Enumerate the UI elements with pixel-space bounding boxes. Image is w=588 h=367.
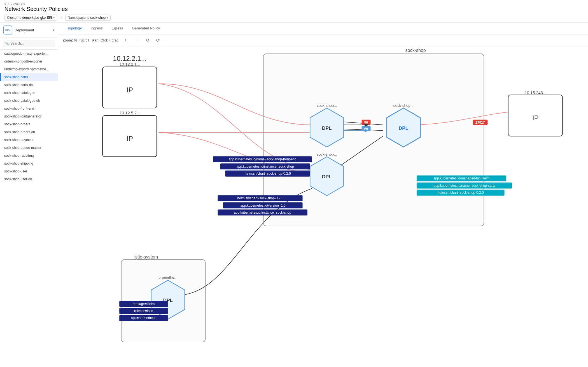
sidebar: DPL Deployment ▾ 🔍 cataloguedb-mysql-exp… bbox=[0, 23, 58, 364]
ip-node-3[interactable]: IP bbox=[508, 95, 563, 136]
sidebar-type-selector[interactable]: DPL Deployment ▾ bbox=[0, 23, 58, 38]
dpl3-label: sock-shop... bbox=[317, 152, 337, 156]
namespace-filter-value: sock-shop bbox=[90, 16, 106, 20]
tab-generated-policy[interactable]: Generated Policy bbox=[127, 23, 164, 34]
toolbar: Zoom: ⌘ + scroll Pan: Click + drag ＋ － ↺… bbox=[58, 34, 588, 46]
cluster-filter-badge: +1 bbox=[47, 16, 52, 19]
svg-text:app=prometheus: app=prometheus bbox=[131, 316, 156, 320]
label-tags-prometheus: heritage=Helm release=istio app=promethe… bbox=[119, 301, 168, 321]
deployment-badge: DPL bbox=[3, 26, 12, 34]
chevron-down-icon-3: ▾ bbox=[53, 28, 55, 32]
reset-button[interactable]: ↺ bbox=[144, 37, 151, 43]
zoom-in-button[interactable]: ＋ bbox=[122, 37, 130, 44]
zoom-out-button[interactable]: － bbox=[133, 37, 141, 44]
chevron-down-icon-2: ▾ bbox=[107, 16, 108, 19]
sidebar-item-sock-shop-shipping[interactable]: sock-shop-shipping bbox=[0, 160, 58, 167]
svg-text:app.kubernetes.io/instance=soc: app.kubernetes.io/instance=sock-shop bbox=[236, 165, 294, 169]
svg-text:27017: 27017 bbox=[475, 121, 485, 124]
sidebar-item-orders-mongodb-exporter[interactable]: orders-mongodb-exporter bbox=[0, 57, 58, 65]
tab-topology[interactable]: Topology bbox=[63, 23, 86, 34]
sidebar-item-sock-shop-queue-master[interactable]: sock-shop-queue-master bbox=[0, 144, 58, 152]
search-wrapper: 🔍 bbox=[3, 40, 55, 47]
svg-text:release=istio: release=istio bbox=[134, 309, 153, 313]
label-tags-dpl1: app.kubernetes.io/name=sock-shop-front-e… bbox=[213, 156, 312, 177]
ip2-label: 10.12.5.2... bbox=[120, 111, 140, 115]
label-tags-dpl2-carts: app.kubernetes.io/managed-by=Helm app.ku… bbox=[417, 176, 512, 196]
svg-text:IP: IP bbox=[127, 86, 133, 94]
sidebar-item-sock-shop-user-db[interactable]: sock-shop-user-db bbox=[0, 175, 58, 183]
kubernetes-label: KUBERNETES bbox=[4, 3, 584, 6]
namespace-filter-label: Namespace bbox=[68, 16, 86, 20]
svg-text:app.kubernetes.io/instance=soc: app.kubernetes.io/instance=sock-shop bbox=[234, 211, 291, 214]
ip1-label: 10.12.2.1... bbox=[120, 62, 140, 66]
sidebar-item-sock-shop-loadgenerator[interactable]: sock-shop-loadgenerator bbox=[0, 112, 58, 120]
sidebar-list: cataloguedb-mysql-exporter... orders-mon… bbox=[0, 50, 58, 364]
dpl1-label: sock-shop... bbox=[317, 103, 337, 108]
tab-ingress[interactable]: Ingress bbox=[86, 23, 107, 34]
svg-text:IP: IP bbox=[532, 114, 539, 122]
svg-text:DPL: DPL bbox=[322, 125, 332, 131]
dpl2-label: sock-shop... bbox=[393, 103, 414, 108]
svg-text:app.kubernetes.io/managed-by=H: app.kubernetes.io/managed-by=Helm bbox=[433, 176, 489, 180]
svg-text:80: 80 bbox=[364, 121, 368, 124]
sidebar-header-left: DPL Deployment bbox=[3, 26, 34, 34]
tab-bar: Topology Ingress Egress Generated Policy bbox=[58, 23, 588, 34]
sidebar-item-sock-shop-catalogue-db[interactable]: sock-shop-catalogue-db bbox=[0, 97, 58, 105]
svg-text:DPL: DPL bbox=[322, 174, 332, 179]
pan-label: Pan: Click + drag bbox=[92, 38, 118, 42]
sidebar-item-sock-shop-user[interactable]: sock-shop-user bbox=[0, 167, 58, 175]
svg-text:10.12.2.1...: 10.12.2.1... bbox=[113, 55, 147, 62]
add-filter-button[interactable]: + bbox=[59, 15, 63, 20]
sidebar-item-sock-shop-carts[interactable]: sock-shop-carts bbox=[0, 73, 58, 81]
dpl4-label: promethe... bbox=[158, 275, 178, 280]
namespace-filter-is: is bbox=[87, 16, 89, 20]
zoom-label: Zoom: ⌘ + scroll bbox=[63, 38, 89, 42]
svg-text:helm.sh/chart=sock-shop-0.2.0: helm.sh/chart=sock-shop-0.2.0 bbox=[245, 172, 291, 176]
svg-text:helm.sh/chart=sock-shop-0.2.0: helm.sh/chart=sock-shop-0.2.0 bbox=[237, 196, 283, 200]
cluster-filter-value: demo-kube-gke bbox=[22, 16, 46, 20]
svg-text:app.kubernetes.io/name=sock-sh: app.kubernetes.io/name=sock-shop-front-e… bbox=[228, 157, 296, 161]
cluster-filter-label: Cluster bbox=[7, 16, 18, 20]
ip3-label: 10.15.243... bbox=[525, 91, 547, 95]
istio-system-group-label: istio-system bbox=[134, 254, 158, 259]
sidebar-item-sock-shop-rabbitmq[interactable]: sock-shop-rabbitmq bbox=[0, 152, 58, 160]
svg-text:app.kubernetes.io/name=sock-sh: app.kubernetes.io/name=sock-shop-carts bbox=[434, 184, 495, 188]
page-title: Network Security Policies bbox=[4, 6, 584, 12]
sidebar-item-sock-shop-carts-db[interactable]: sock-shop-carts-db bbox=[0, 81, 58, 89]
topology-canvas[interactable]: sock-shop istio-system 10.12.2.1... IP 1… bbox=[58, 46, 588, 364]
filter-bar: Cluster is demo-kube-gke +1 ▾ + Namespac… bbox=[4, 15, 584, 21]
sidebar-item-sock-shop-catalogue[interactable]: sock-shop-catalogue bbox=[0, 89, 58, 97]
sidebar-item-cataloguedb-mysql-exporter[interactable]: cataloguedb-mysql-exporter... bbox=[0, 50, 58, 57]
topology-svg: sock-shop istio-system 10.12.2.1... IP 1… bbox=[58, 46, 588, 364]
sidebar-item-sock-shop-payment[interactable]: sock-shop-payment bbox=[0, 136, 58, 144]
namespace-filter[interactable]: Namespace is sock-shop ▾ bbox=[65, 15, 111, 21]
main-layout: DPL Deployment ▾ 🔍 cataloguedb-mysql-exp… bbox=[0, 23, 588, 364]
svg-text:DPL: DPL bbox=[399, 125, 409, 131]
cluster-filter[interactable]: Cluster is demo-kube-gke +1 ▾ bbox=[4, 15, 57, 21]
page-header: KUBERNETES Network Security Policies Clu… bbox=[0, 0, 588, 23]
svg-text:helm.sh/chart=sock-shop-0.2.0: helm.sh/chart=sock-shop-0.2.0 bbox=[438, 191, 484, 195]
refresh-button[interactable]: ⟳ bbox=[155, 37, 162, 43]
cluster-filter-is: is bbox=[19, 16, 21, 20]
tab-egress[interactable]: Egress bbox=[107, 23, 127, 34]
search-box: 🔍 bbox=[0, 38, 58, 50]
sidebar-item-rabbitmq-exporter-promethe[interactable]: rabbitmq-exporter-promethe... bbox=[0, 65, 58, 73]
svg-text:IP: IP bbox=[127, 135, 133, 142]
sidebar-item-sock-shop-orders[interactable]: sock-shop-orders bbox=[0, 120, 58, 128]
label-tags-dpl3: helm.sh/chart=sock-shop-0.2.0 app.kubern… bbox=[218, 195, 307, 215]
ip-node-2[interactable]: IP bbox=[102, 116, 157, 157]
svg-text:app.kubernetes.io/version=1.0: app.kubernetes.io/version=1.0 bbox=[240, 204, 285, 207]
sidebar-type-label: Deployment bbox=[15, 28, 34, 32]
chevron-down-icon: ▾ bbox=[53, 16, 55, 19]
svg-text:heritage=Helm: heritage=Helm bbox=[133, 302, 155, 306]
sidebar-item-sock-shop-front-end[interactable]: sock-shop-front-end bbox=[0, 105, 58, 112]
search-icon: 🔍 bbox=[5, 42, 9, 45]
content-area: Topology Ingress Egress Generated Policy… bbox=[58, 23, 588, 364]
sock-shop-group-label: sock-shop bbox=[405, 48, 426, 53]
sidebar-item-sock-shop-orders-db[interactable]: sock-shop-orders-db bbox=[0, 128, 58, 136]
search-input[interactable] bbox=[3, 40, 55, 47]
